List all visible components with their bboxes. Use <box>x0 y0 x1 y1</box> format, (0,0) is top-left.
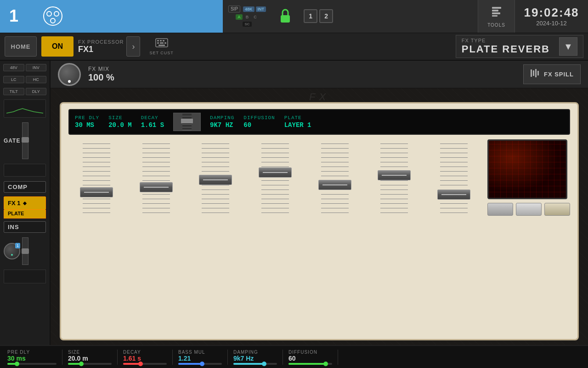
top-bar: 1 SIP 48K INT A B C SC <box>0 0 588 33</box>
ins-button[interactable]: INS <box>4 221 46 233</box>
param-pre-dly-label: PRE DLY <box>7 350 30 355</box>
fx-spill-block[interactable]: FX SPILL <box>523 64 581 84</box>
fx-type-dropdown[interactable]: ▼ <box>559 37 577 56</box>
fader-cols-area <box>68 139 482 334</box>
level-fader-handle[interactable] <box>22 248 29 254</box>
param-damping-label: DAMPING <box>233 350 258 355</box>
fx-processor-arrow[interactable]: › <box>126 36 140 57</box>
bottom-mini-fader-area <box>4 270 46 283</box>
channel-knob[interactable]: 1 <box>4 243 20 259</box>
svg-rect-15 <box>164 42 166 44</box>
param-damping-val: 9k7 Hz <box>233 355 254 362</box>
pre-dly-label: PRE DLY <box>75 115 99 121</box>
set-cust-block[interactable]: SET CUST <box>145 38 178 55</box>
pre-dly-val: 30 MS <box>75 121 99 129</box>
main-area: 48V INV LC HC TILT DLY GATE <box>0 61 588 345</box>
param-diffusion-val: 60 <box>288 355 296 362</box>
svg-point-2 <box>54 12 59 16</box>
filter-btn-48v[interactable]: 48V <box>3 64 24 71</box>
filter-btn-lc[interactable]: LC <box>3 76 24 83</box>
fader-col-diffusion <box>367 139 423 334</box>
center-fader-handle <box>181 119 193 123</box>
gate-fader-handle[interactable] <box>22 137 29 143</box>
int-badge: INT <box>256 6 266 12</box>
filter-row-3: TILT DLY <box>2 86 48 97</box>
param-damping-slider[interactable] <box>233 363 277 365</box>
fx-mix-dot <box>68 80 71 83</box>
display-diffusion: DIFFUSION 60 <box>243 115 275 129</box>
display-screen-inner <box>489 141 566 198</box>
fader-handle-diffusion[interactable] <box>378 170 411 180</box>
param-decay: DECAY 1.61 s <box>118 350 173 365</box>
display-decay: DECAY 1.61 S <box>141 115 164 129</box>
on-button[interactable]: ON <box>41 36 74 57</box>
keyboard-icon <box>155 38 168 50</box>
knob-dot <box>11 254 13 256</box>
fader-handle-predly[interactable] <box>80 187 113 197</box>
display-plate: PLATE LAYER 1 <box>284 115 311 129</box>
display-damping: DAMPING 9K7 HZ <box>210 115 234 129</box>
param-diffusion-slider[interactable] <box>288 363 332 365</box>
center-fader-display <box>173 113 201 131</box>
display-screen <box>487 139 567 199</box>
fx-type-block: FX TYPE PLATE REVERB ▼ <box>456 35 583 58</box>
display-pre-dly: PRE DLY 30 MS <box>75 115 99 129</box>
fader-handle-size[interactable] <box>140 182 173 192</box>
param-bass-mul-fill <box>178 363 202 365</box>
reverb-outer: FX PRE DLY 30 MS SIZE 20.0 M DECAY 1.61 … <box>51 88 588 345</box>
param-pre-dly-slider[interactable] <box>7 363 57 365</box>
fader-handle-extra[interactable] <box>437 190 470 200</box>
fader-track-diffusion[interactable] <box>380 139 408 213</box>
comp-button[interactable]: COMP <box>4 181 46 193</box>
param-size-dot <box>79 362 84 366</box>
gate-section: GATE <box>2 121 48 161</box>
fx-processor-name: FX1 <box>78 45 124 54</box>
fx-mix-knob[interactable] <box>58 63 81 86</box>
param-diffusion-label: DIFFUSION <box>288 350 317 355</box>
rate-badges: 48K INT <box>243 6 266 12</box>
filter-btn-dly[interactable]: DLY <box>26 88 47 95</box>
fader-col-predly <box>68 139 124 334</box>
param-bass-mul-val: 1.21 <box>178 355 191 362</box>
badge-a: A <box>236 14 243 20</box>
channel-number[interactable]: 1 <box>0 0 28 33</box>
param-size-slider[interactable] <box>68 363 112 365</box>
fx-mix-value: 100 % <box>88 72 114 83</box>
fader-track-size[interactable] <box>142 139 170 213</box>
fader-track-decay[interactable] <box>202 139 229 213</box>
param-decay-slider[interactable] <box>123 363 167 365</box>
tools-icon <box>490 5 503 21</box>
comp-section: COMP <box>2 179 48 195</box>
param-bass-mul-slider[interactable] <box>178 363 222 365</box>
param-diffusion-fill <box>288 363 326 365</box>
svg-rect-16 <box>158 45 165 46</box>
fader-track-bassmul[interactable] <box>261 139 289 213</box>
tools-block[interactable]: TOOLS <box>478 0 514 33</box>
damping-label: DAMPING <box>210 115 234 121</box>
num-btn-1[interactable]: 1 <box>304 9 317 23</box>
param-diffusion-dot <box>323 362 328 366</box>
gate-fader[interactable] <box>22 122 28 159</box>
screen-btn-2[interactable] <box>516 203 542 216</box>
fader-handle-decay[interactable] <box>199 175 232 185</box>
filter-btn-hc[interactable]: HC <box>26 76 47 83</box>
fader-track-predly[interactable] <box>83 139 110 213</box>
fx-mix-title: FX MIX <box>88 66 114 72</box>
level-fader[interactable] <box>22 237 28 265</box>
fx1-button[interactable]: FX 1 ◆ <box>4 196 46 210</box>
fader-track-damping[interactable] <box>321 139 349 213</box>
decay-val: 1.61 S <box>141 121 164 129</box>
filter-btn-tilt[interactable]: TILT <box>3 88 24 95</box>
screen-btn-1[interactable] <box>487 203 513 216</box>
lock-icon <box>271 0 299 33</box>
home-button[interactable]: HOME <box>5 36 37 57</box>
fader-handle-damping[interactable] <box>318 180 351 190</box>
sip-block: SIP 48K INT A B C SC <box>223 0 271 33</box>
screen-btn-3[interactable] <box>544 203 570 216</box>
fx1-label: FX 1 <box>8 200 20 207</box>
fader-track-extra[interactable] <box>440 139 468 213</box>
num-btn-2[interactable]: 2 <box>319 9 333 23</box>
plate-label: PLATE <box>284 115 311 121</box>
fader-handle-bassmul[interactable] <box>259 167 292 178</box>
filter-btn-inv[interactable]: INV <box>26 64 47 71</box>
